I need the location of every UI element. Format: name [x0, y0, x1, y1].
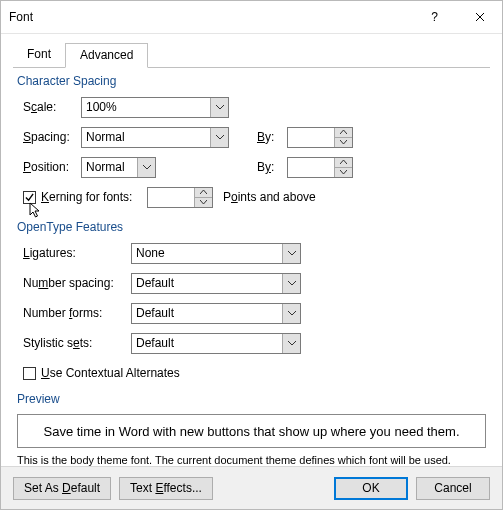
contextual-alternates-label: Use Contextual Alternates [41, 366, 180, 380]
number-forms-combo[interactable]: Default [131, 303, 301, 324]
text-effects-button[interactable]: Text Effects... [119, 477, 213, 500]
position-combo[interactable]: Normal [81, 157, 156, 178]
spacing-by-value [288, 128, 334, 147]
number-spacing-label: Number spacing: [23, 276, 131, 290]
number-spacing-value: Default [132, 274, 282, 293]
tab-font-label: Font [27, 47, 51, 61]
spacing-label: Spacing: [23, 130, 81, 144]
chevron-down-icon [288, 281, 296, 286]
chevron-down-icon [340, 170, 347, 174]
titlebar: Font ? [1, 1, 502, 34]
number-forms-dropdown-button[interactable] [282, 304, 300, 323]
cursor-arrow-icon [29, 202, 43, 220]
number-spacing-dropdown-button[interactable] [282, 274, 300, 293]
chevron-up-icon [340, 130, 347, 134]
tab-advanced[interactable]: Advanced [65, 43, 148, 68]
chevron-down-icon [288, 251, 296, 256]
opentype-legend: OpenType Features [17, 220, 490, 234]
dialog-footer: Set As Default Text Effects... OK Cancel [1, 466, 502, 509]
kerning-points-value [148, 188, 194, 207]
kerning-label: Kerning for fonts: [41, 190, 141, 204]
spacing-combo[interactable]: Normal [81, 127, 229, 148]
number-forms-value: Default [132, 304, 282, 323]
set-as-default-button[interactable]: Set As Default [13, 477, 111, 500]
font-dialog: Font ? Font Advanced Character Spacing S… [0, 0, 503, 510]
ok-label: OK [362, 481, 379, 495]
spacing-by-label: By: [257, 130, 287, 144]
ligatures-dropdown-button[interactable] [282, 244, 300, 263]
number-spacing-combo[interactable]: Default [131, 273, 301, 294]
position-by-up[interactable] [335, 158, 352, 167]
stylistic-sets-label: Stylistic sets: [23, 336, 131, 350]
stylistic-sets-combo[interactable]: Default [131, 333, 301, 354]
number-forms-label: Number forms: [23, 306, 131, 320]
kerning-up[interactable] [195, 188, 212, 197]
dialog-content: Font Advanced Character Spacing Scale: 1… [1, 34, 502, 466]
position-value: Normal [82, 158, 137, 177]
character-spacing-legend: Character Spacing [17, 74, 490, 88]
chevron-down-icon [200, 200, 207, 204]
set-as-default-label: Set As Default [24, 481, 100, 495]
preview-legend: Preview [17, 392, 490, 406]
ok-button[interactable]: OK [334, 477, 408, 500]
position-by-value [288, 158, 334, 177]
position-by-label: By: [257, 160, 287, 174]
chevron-down-icon [143, 165, 151, 170]
kerning-suffix: Points and above [223, 190, 316, 204]
chevron-up-icon [200, 190, 207, 194]
cancel-button[interactable]: Cancel [416, 477, 490, 500]
close-button[interactable] [457, 1, 502, 33]
chevron-down-icon [340, 140, 347, 144]
chevron-down-icon [288, 311, 296, 316]
position-by-spinner[interactable] [287, 157, 353, 178]
chevron-down-icon [288, 341, 296, 346]
preview-box: Save time in Word with new buttons that … [17, 414, 486, 448]
position-by-down[interactable] [335, 167, 352, 177]
stylistic-sets-value: Default [132, 334, 282, 353]
tab-advanced-label: Advanced [80, 48, 133, 62]
close-icon [475, 12, 485, 22]
ligatures-value: None [132, 244, 282, 263]
tab-bar: Font Advanced [13, 42, 490, 68]
spacing-dropdown-button[interactable] [210, 128, 228, 147]
position-label: Position: [23, 160, 81, 174]
chevron-up-icon [340, 160, 347, 164]
spacing-by-up[interactable] [335, 128, 352, 137]
kerning-checkbox[interactable] [23, 191, 36, 204]
scale-dropdown-button[interactable] [210, 98, 228, 117]
position-dropdown-button[interactable] [137, 158, 155, 177]
stylistic-sets-dropdown-button[interactable] [282, 334, 300, 353]
help-button[interactable]: ? [412, 1, 457, 33]
spacing-by-down[interactable] [335, 137, 352, 147]
kerning-points-spinner[interactable] [147, 187, 213, 208]
text-effects-label: Text Effects... [130, 481, 202, 495]
chevron-down-icon [216, 105, 224, 110]
checkmark-icon [25, 193, 34, 202]
spacing-by-spinner[interactable] [287, 127, 353, 148]
kerning-down[interactable] [195, 197, 212, 207]
cancel-label: Cancel [434, 481, 471, 495]
scale-combo[interactable]: 100% [81, 97, 229, 118]
preview-note: This is the body theme font. The current… [17, 454, 486, 466]
tab-font[interactable]: Font [13, 43, 65, 68]
chevron-down-icon [216, 135, 224, 140]
contextual-alternates-checkbox[interactable] [23, 367, 36, 380]
window-title: Font [1, 10, 412, 24]
help-icon: ? [431, 10, 438, 24]
scale-value: 100% [82, 98, 210, 117]
spacing-value: Normal [82, 128, 210, 147]
preview-sample: Save time in Word with new buttons that … [44, 424, 460, 439]
scale-label: Scale: [23, 100, 81, 114]
ligatures-combo[interactable]: None [131, 243, 301, 264]
ligatures-label: Ligatures: [23, 246, 131, 260]
